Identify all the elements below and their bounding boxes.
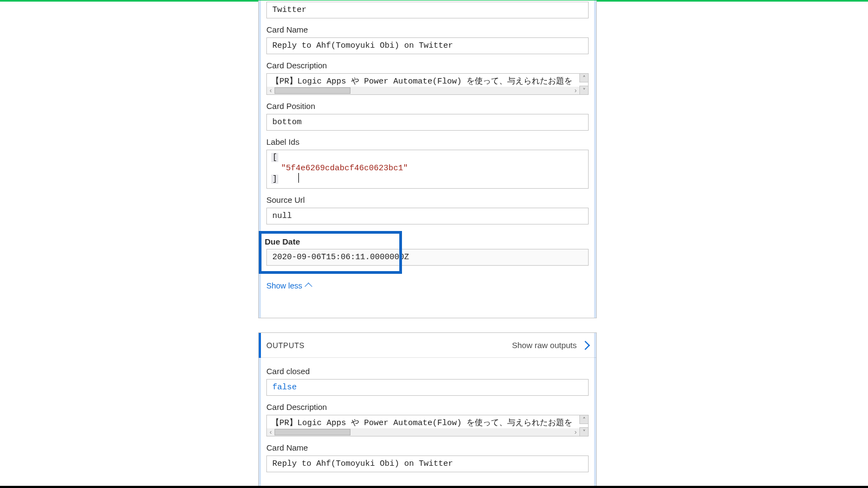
due-date-highlight: Due Date [259, 231, 402, 274]
scroll-up-icon[interactable]: ˄ [579, 74, 588, 82]
json-close-bracket: ] [271, 175, 278, 184]
card-closed-value[interactable]: false [266, 379, 589, 396]
hscroll-left-icon[interactable]: ‹ [267, 428, 275, 436]
scroll-down-icon[interactable]: ˅ [579, 427, 588, 436]
card-name-value[interactable] [266, 37, 589, 54]
due-date-field: Due Date [266, 231, 589, 274]
outputs-title: OUTPUTS [259, 333, 304, 358]
label-ids-value[interactable]: [ "5f4e6269cdabcf46c0623bc1" ] [266, 150, 589, 189]
card-description-value[interactable]: 【PR】Logic Apps や Power Automate(Flow) を使… [266, 73, 589, 95]
show-less-link[interactable]: Show less [266, 281, 312, 290]
scroll-down-icon[interactable]: ˅ [579, 86, 588, 94]
outputs-header: OUTPUTS Show raw outputs [259, 333, 596, 358]
card-position-value[interactable] [266, 114, 589, 131]
card-description-text: 【PR】Logic Apps や Power Automate(Flow) を使… [267, 74, 588, 86]
card-position-field: Card Position [266, 101, 589, 131]
source-url-label: Source Url [266, 195, 589, 204]
show-raw-outputs-link[interactable]: Show raw outputs [512, 341, 589, 350]
hscroll-thumb[interactable] [275, 429, 350, 435]
due-date-label: Due Date [265, 237, 396, 246]
output-card-description-label: Card Description [266, 402, 589, 412]
board-or-list-value[interactable] [266, 2, 589, 18]
hscroll-thumb[interactable] [275, 87, 350, 94]
output-card-description-text: 【PR】Logic Apps や Power Automate(Flow) を使… [267, 415, 588, 428]
hscroll-right-icon[interactable]: › [572, 428, 579, 436]
inputs-panel: Card Name Card Description 【PR】Logic App… [258, 1, 597, 318]
json-open-bracket: [ [271, 153, 278, 162]
card-name-field: Card Name [266, 25, 589, 54]
page-bottom-edge [0, 486, 868, 488]
source-url-value[interactable] [266, 208, 589, 224]
show-raw-outputs-text: Show raw outputs [512, 341, 577, 350]
card-closed-label: Card closed [266, 367, 589, 376]
page-root: Card Name Card Description 【PR】Logic App… [0, 0, 868, 488]
label-ids-field: Label Ids [ "5f4e6269cdabcf46c0623bc1" ] [266, 137, 589, 189]
card-name-label: Card Name [266, 25, 589, 34]
chevron-up-icon [305, 282, 312, 290]
card-position-label: Card Position [266, 101, 589, 111]
show-less-text: Show less [266, 281, 302, 290]
hscroll-left-icon[interactable]: ‹ [267, 87, 275, 94]
outputs-body: Card closed false Card Description 【PR】L… [259, 358, 596, 472]
label-ids-label: Label Ids [266, 137, 589, 146]
text-caret [298, 173, 299, 183]
source-url-field: Source Url [266, 195, 589, 224]
outputs-panel: OUTPUTS Show raw outputs Card closed fal… [258, 332, 597, 488]
hscroll-right-icon[interactable]: › [572, 87, 579, 94]
scroll-up-icon[interactable]: ˄ [579, 415, 588, 424]
card-closed-field: Card closed false [266, 367, 589, 396]
output-card-name-value[interactable] [266, 455, 589, 472]
output-card-description-value[interactable]: 【PR】Logic Apps や Power Automate(Flow) を使… [266, 415, 589, 436]
chevron-right-icon [581, 341, 590, 350]
card-description-field: Card Description 【PR】Logic Apps や Power … [266, 61, 589, 95]
card-description-label: Card Description [266, 61, 589, 70]
output-card-name-label: Card Name [266, 443, 589, 452]
label-ids-string: "5f4e6269cdabcf46c0623bc1" [281, 164, 408, 173]
output-card-name-field: Card Name [266, 443, 589, 472]
output-card-description-field: Card Description 【PR】Logic Apps や Power … [266, 402, 589, 436]
